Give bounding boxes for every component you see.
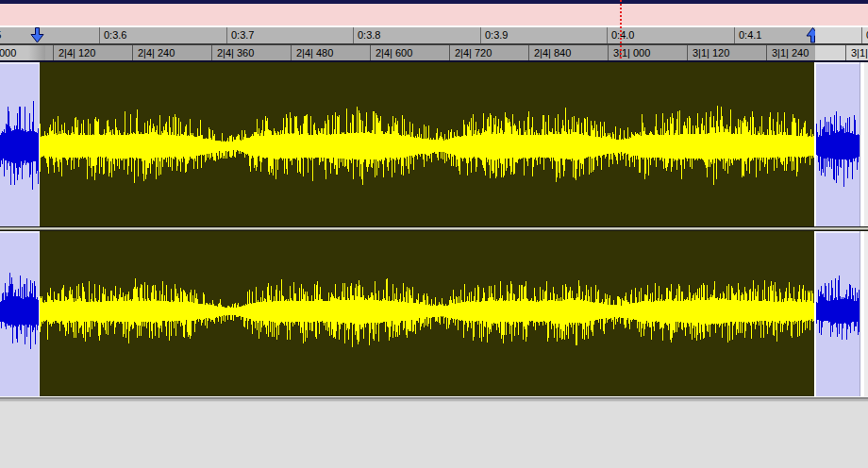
ruler-tick <box>211 45 212 60</box>
ruler-label: 2|4| 480 <box>296 47 333 59</box>
ruler-tick <box>291 45 292 60</box>
ruler-label: 2|4| 360 <box>217 47 254 59</box>
audio-editor-window: 0:3.50:3.60:3.70:3.80:3.90:4.00:4.10:4.2… <box>0 0 868 468</box>
ruler-label: 0:4.0 <box>611 29 634 42</box>
ruler-tick <box>528 45 529 60</box>
ruler-label: 0:3.9 <box>485 29 508 42</box>
workspace-background <box>0 402 868 468</box>
ruler-tick <box>99 27 100 43</box>
ruler-label: 2|4| 720 <box>455 47 492 59</box>
track-separator[interactable] <box>0 226 868 231</box>
playback-cursor-line <box>620 0 622 60</box>
ruler-label: 0:3.5 <box>0 29 1 42</box>
time-ruler-unselected-zone <box>815 27 868 43</box>
ruler-tick <box>132 45 133 60</box>
ruler-label: 3|1| 240 <box>772 47 809 59</box>
ruler-label: 2|4| 120 <box>58 47 95 59</box>
ruler-tick <box>734 27 735 43</box>
ruler-label: 0:4.1 <box>739 29 761 42</box>
ruler-tick <box>370 45 371 60</box>
selection-start-marker-down-arrow-icon[interactable] <box>30 27 44 43</box>
ruler-tick <box>449 45 450 60</box>
ruler-label: 3|1| 000 <box>613 47 650 59</box>
ruler-label: 3|1| 120 <box>693 47 729 59</box>
ruler-label: 0:3.6 <box>104 29 126 42</box>
ruler-tick <box>766 45 767 60</box>
ruler-label: 0:3.8 <box>358 29 380 42</box>
ruler-label: 2|4| 600 <box>376 47 412 59</box>
ruler-label: 2|4| 240 <box>138 47 175 59</box>
ruler-label: 2|4| 840 <box>534 47 571 59</box>
ruler-label: 3|1| 360 <box>851 47 868 59</box>
ruler-tick <box>861 27 862 43</box>
ruler-tick <box>607 27 608 43</box>
beat-ruler[interactable]: 2|4| 0002|4| 1202|4| 2402|4| 3602|4| 480… <box>0 45 868 60</box>
ruler-label: 2|4| 000 <box>0 47 16 59</box>
ruler-label: 0:3.7 <box>231 29 254 42</box>
waveform-area[interactable] <box>0 62 868 396</box>
overview-bar[interactable] <box>0 4 868 25</box>
ruler-tick <box>608 45 609 60</box>
ruler-tick <box>687 45 688 60</box>
ruler-tick <box>53 45 54 60</box>
ruler-tick <box>845 45 846 60</box>
time-ruler[interactable]: 0:3.50:3.60:3.70:3.80:3.90:4.00:4.10:4.2 <box>0 27 868 43</box>
ruler-tick <box>353 27 354 43</box>
ruler-tick <box>480 27 481 43</box>
ruler-tick <box>226 27 227 43</box>
